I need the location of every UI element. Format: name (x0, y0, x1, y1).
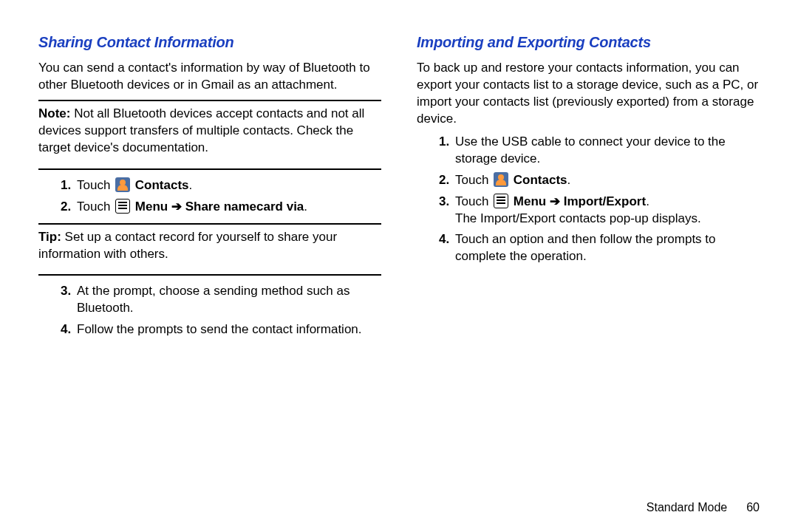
step-text: Touch (77, 178, 114, 192)
arrow-icon: ➔ (168, 200, 185, 214)
contacts-label: Contacts (514, 173, 567, 187)
step-number: 3. (439, 194, 455, 228)
step-text: Touch an option and then follow the prom… (455, 231, 760, 265)
list-item: 1. Touch Contacts. (55, 177, 381, 194)
list-item: 4. Touch an option and then follow the p… (433, 231, 760, 265)
steps-list-a: 1. Touch Contacts. 2. Touch Menu ➔ Share… (38, 177, 381, 216)
footer-mode-label: Standard Mode (647, 501, 727, 514)
step-number: 1. (61, 177, 77, 194)
step-text: Touch (77, 200, 114, 214)
period: . (304, 200, 307, 214)
tip-block: Tip: Set up a contact record for yoursel… (38, 223, 381, 276)
step-number: 3. (61, 283, 77, 317)
note-label: Note: (38, 106, 70, 120)
page-footer: Standard Mode60 (647, 499, 760, 516)
menu-icon (115, 199, 130, 214)
steps-list: 1. Use the USB cable to connect your dev… (417, 134, 760, 266)
step-number: 2. (439, 172, 455, 189)
list-item: 1. Use the USB cable to connect your dev… (433, 134, 760, 168)
list-item: 2. Touch Contacts. (433, 172, 760, 189)
list-item: 4. Follow the prompts to send the contac… (55, 321, 381, 338)
step-number: 4. (61, 321, 77, 338)
step-text: Touch (455, 173, 492, 187)
intro-paragraph: You can send a contact's information by … (38, 60, 381, 94)
menu-label: Menu (514, 194, 546, 208)
step-number: 2. (61, 199, 77, 216)
menu-label: Menu (135, 200, 168, 214)
footer-page-number: 60 (746, 501, 760, 514)
step-number: 4. (439, 231, 455, 265)
menu-icon (494, 194, 508, 208)
step-text: At the prompt, choose a sending method s… (77, 283, 381, 317)
arrow-icon: ➔ (546, 194, 563, 208)
note-text: Not all Bluetooth devices accept contact… (38, 106, 364, 154)
period: . (567, 173, 571, 187)
period: . (189, 178, 193, 192)
share-namecard-label: Share namecard via (185, 200, 304, 214)
tip-label: Tip: (38, 230, 61, 244)
step-number: 1. (439, 134, 455, 168)
list-item: 3. At the prompt, choose a sending metho… (55, 283, 381, 317)
left-column: Sharing Contact Information You can send… (38, 33, 381, 346)
contacts-icon (494, 172, 508, 187)
note-block: Note: Not all Bluetooth devices accept c… (38, 100, 381, 170)
period: . (646, 194, 649, 208)
import-export-label: Import/Export (564, 194, 646, 208)
section-heading-import-export: Importing and Exporting Contacts (417, 33, 760, 52)
right-column: Importing and Exporting Contacts To back… (417, 33, 760, 346)
step-text: Follow the prompts to send the contact i… (77, 321, 381, 338)
step-text: Use the USB cable to connect your device… (455, 134, 760, 168)
steps-list-b: 3. At the prompt, choose a sending metho… (38, 283, 381, 338)
step-text: Touch (455, 194, 492, 208)
contacts-label: Contacts (135, 178, 189, 192)
list-item: 2. Touch Menu ➔ Share namecard via. (55, 199, 381, 216)
step-followup: The Import/Export contacts pop-up displa… (455, 211, 701, 225)
intro-paragraph: To back up and restore your contacts inf… (417, 60, 760, 128)
list-item: 3. Touch Menu ➔ Import/Export. The Impor… (433, 194, 760, 228)
section-heading-sharing: Sharing Contact Information (38, 33, 381, 52)
contacts-icon (115, 177, 130, 192)
tip-text: Set up a contact record for yourself to … (38, 230, 337, 261)
